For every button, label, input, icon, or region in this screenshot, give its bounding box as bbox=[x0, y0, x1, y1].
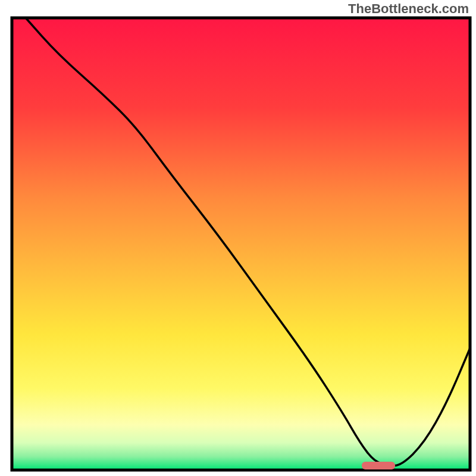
optimal-marker bbox=[362, 462, 395, 469]
plot-background bbox=[12, 18, 470, 470]
watermark-text: TheBottleneck.com bbox=[348, 1, 469, 16]
bottleneck-chart: TheBottleneck.com bbox=[0, 0, 476, 476]
